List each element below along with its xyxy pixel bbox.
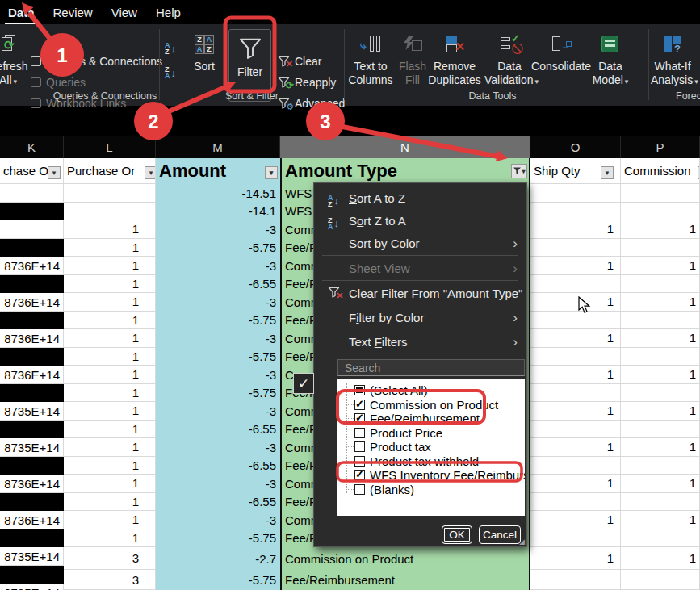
text-to-columns-button[interactable]: ⤷Text toColumns [347, 27, 394, 103]
reapply-button[interactable]: ⟳ Reapply [278, 76, 336, 89]
data-cell[interactable] [530, 275, 621, 294]
data-cell[interactable] [530, 570, 621, 590]
data-cell[interactable]: 1 [64, 257, 156, 275]
menu-tab-data[interactable]: Data [6, 6, 36, 19]
data-cell[interactable]: -5.75 [156, 312, 280, 330]
data-cell[interactable] [530, 493, 621, 512]
checkbox-unchecked[interactable] [354, 456, 365, 467]
filter-value-product-price[interactable]: Product Price [337, 426, 442, 440]
data-cell[interactable]: 1 [64, 529, 156, 548]
data-cell[interactable] [621, 570, 700, 590]
search-input[interactable] [337, 359, 525, 376]
filter-dropdown-button[interactable]: ▾ [145, 166, 156, 179]
sort-ascending-icon[interactable]: AZ↓ [165, 36, 176, 55]
data-cell[interactable] [621, 457, 700, 475]
data-cell[interactable]: -6.55 [156, 275, 280, 294]
data-cell[interactable] [530, 184, 621, 203]
data-cell[interactable]: -3 [156, 293, 280, 312]
data-cell[interactable]: -3 [156, 402, 280, 421]
data-cell[interactable]: 1 [64, 220, 156, 239]
data-cell[interactable]: -3 [156, 257, 280, 275]
checkbox-checked[interactable] [354, 413, 365, 424]
data-cell[interactable]: 3 [64, 547, 156, 570]
data-cell[interactable]: 1 [64, 493, 156, 512]
data-cell[interactable]: Fee/Reimbursement [280, 570, 530, 590]
filter-value-select-all[interactable]: (Select All) [337, 383, 428, 397]
data-cell[interactable]: 1 [621, 220, 700, 239]
data-cell[interactable]: 1 [621, 475, 700, 493]
data-cell[interactable]: 1 [530, 402, 621, 421]
column-header-O[interactable]: O [530, 136, 621, 158]
data-cell[interactable]: 1 [64, 402, 156, 421]
data-cell[interactable]: -3 [156, 220, 280, 239]
data-cell[interactable]: 1 [64, 438, 156, 457]
filter-dropdown-button[interactable]: ▾ [48, 166, 61, 179]
data-cell[interactable]: 1 [64, 239, 156, 257]
ribbon-item-queries-connections[interactable]: Queries & Connections [31, 55, 162, 68]
data-cell[interactable] [621, 493, 700, 512]
data-cell[interactable]: 1 [530, 511, 621, 529]
data-cell[interactable]: 1 [64, 293, 156, 312]
data-cell[interactable]: 1 [64, 475, 156, 493]
data-cell[interactable]: -5.75 [156, 529, 280, 548]
data-cell[interactable]: -5.75 [156, 384, 280, 403]
data-cell[interactable]: -5.75 [156, 348, 280, 366]
data-cell[interactable] [621, 348, 700, 366]
data-cell[interactable]: -3 [156, 438, 280, 457]
resize-grip-icon[interactable]: ◢ [519, 538, 525, 546]
menu-item-sort-a-to-z[interactable]: AZ↓Sort A to Z [315, 186, 526, 209]
data-cell[interactable] [621, 384, 700, 403]
column-header-L[interactable]: L [64, 136, 156, 158]
checkbox-partial[interactable] [354, 385, 365, 395]
data-cell[interactable] [530, 384, 621, 403]
filter-value-product-tax-withheld[interactable]: Product tax withheld [337, 454, 479, 468]
cancel-button[interactable]: Cancel [479, 525, 521, 544]
sort-descending-icon[interactable]: ZA↓ [165, 61, 176, 79]
filter-value-wfs-inventory-fee-reimbursement[interactable]: WFS Inventory Fee/Reimbursement [337, 468, 525, 482]
data-cell[interactable] [530, 239, 621, 257]
data-cell[interactable]: 1 [530, 366, 621, 384]
data-cell[interactable]: -5.75 [156, 239, 280, 257]
checkbox-unchecked[interactable] [354, 484, 365, 495]
filter-dropdown-button[interactable]: ▾ [265, 166, 278, 179]
data-cell[interactable] [621, 529, 700, 548]
data-cell[interactable]: -2.7 [156, 547, 280, 570]
data-cell[interactable]: 1 [530, 475, 621, 493]
data-cell[interactable]: 1 [530, 293, 621, 312]
column-header-K[interactable]: K [0, 136, 64, 158]
data-cell[interactable] [530, 203, 621, 221]
data-cell[interactable]: -14.1 [156, 203, 280, 221]
data-cell[interactable] [530, 312, 621, 330]
data-cell[interactable]: 1 [64, 312, 156, 330]
filter-value-commission-on-product[interactable]: Commission on Product [337, 398, 498, 412]
menu-item-sort-by-color[interactable]: Sort by Color› [315, 232, 526, 254]
data-cell[interactable] [64, 184, 156, 203]
data-cell[interactable]: 8735E+14 [0, 547, 64, 566]
data-cell[interactable]: 1 [621, 402, 700, 421]
menu-tab-review[interactable]: Review [52, 6, 94, 19]
data-cell[interactable]: -6.55 [156, 457, 280, 475]
data-cell[interactable] [530, 529, 621, 548]
data-cell[interactable]: 8736E+14 [0, 511, 64, 529]
data-cell[interactable]: 1 [530, 329, 621, 348]
menu-item-filter-by-color[interactable]: Filter by Color› [315, 306, 526, 328]
data-cell[interactable]: -6.55 [156, 493, 280, 512]
data-cell[interactable] [0, 184, 64, 203]
data-cell[interactable]: 1 [64, 366, 156, 384]
data-cell[interactable]: 1 [530, 257, 621, 275]
checkbox-unchecked[interactable] [354, 428, 365, 438]
floating-checkbox[interactable] [293, 373, 314, 394]
data-cell[interactable]: 1 [530, 547, 621, 570]
menu-tab-help[interactable]: Help [154, 6, 182, 19]
data-cell[interactable]: Commission on Product [280, 547, 530, 570]
checkbox-checked[interactable] [354, 470, 365, 480]
data-cell[interactable] [621, 203, 700, 221]
clear-filter-button[interactable]: ✕ Clear [278, 55, 321, 68]
data-cell[interactable]: 1 [64, 421, 156, 439]
data-cell[interactable]: 8736E+14 [0, 257, 64, 275]
data-cell[interactable]: 8736E+14 [0, 475, 64, 493]
menu-tab-view[interactable]: View [110, 6, 139, 19]
checkbox-unchecked[interactable] [354, 441, 365, 452]
data-cell[interactable] [530, 421, 621, 439]
data-cell[interactable] [621, 275, 700, 294]
